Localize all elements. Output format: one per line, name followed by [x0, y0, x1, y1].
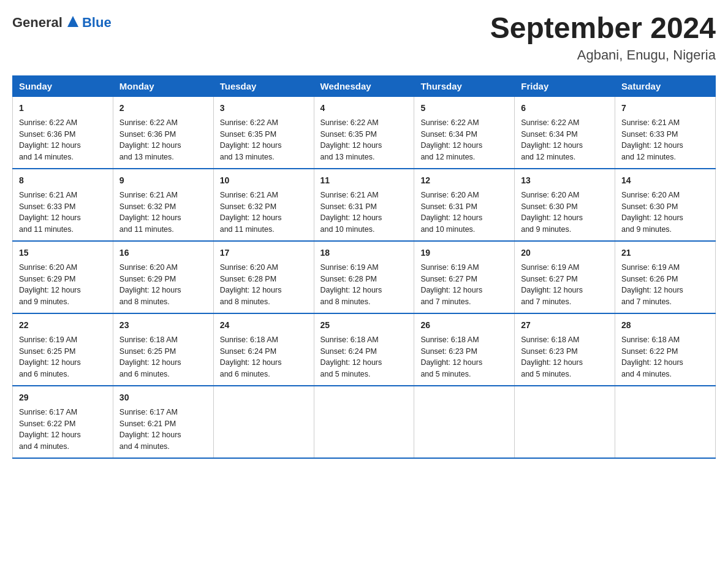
- day-info: Sunrise: 6:20 AMSunset: 6:30 PMDaylight:…: [621, 191, 683, 234]
- day-info: Sunrise: 6:19 AMSunset: 6:26 PMDaylight:…: [621, 263, 683, 306]
- calendar-cell: 18Sunrise: 6:19 AMSunset: 6:28 PMDayligh…: [314, 241, 414, 313]
- day-number: 3: [220, 102, 308, 115]
- calendar-cell: 28Sunrise: 6:18 AMSunset: 6:22 PMDayligh…: [615, 313, 716, 386]
- day-number: 5: [420, 102, 508, 115]
- day-number: 30: [119, 391, 207, 404]
- logo-blue: Blue: [82, 15, 112, 30]
- day-info: Sunrise: 6:21 AMSunset: 6:31 PMDaylight:…: [320, 191, 382, 234]
- calendar-cell: 5Sunrise: 6:22 AMSunset: 6:34 PMDaylight…: [414, 96, 515, 169]
- day-number: 28: [621, 319, 709, 332]
- calendar-cell: 6Sunrise: 6:22 AMSunset: 6:34 PMDaylight…: [515, 96, 615, 169]
- day-info: Sunrise: 6:18 AMSunset: 6:24 PMDaylight:…: [220, 335, 282, 378]
- calendar-cell: 17Sunrise: 6:20 AMSunset: 6:28 PMDayligh…: [213, 241, 314, 313]
- day-info: Sunrise: 6:22 AMSunset: 6:36 PMDaylight:…: [19, 118, 81, 161]
- calendar-cell: 11Sunrise: 6:21 AMSunset: 6:31 PMDayligh…: [314, 169, 414, 241]
- calendar-cell: 21Sunrise: 6:19 AMSunset: 6:26 PMDayligh…: [615, 241, 716, 313]
- day-info: Sunrise: 6:22 AMSunset: 6:34 PMDaylight:…: [521, 118, 583, 161]
- calendar-cell: 25Sunrise: 6:18 AMSunset: 6:24 PMDayligh…: [314, 313, 414, 386]
- day-info: Sunrise: 6:20 AMSunset: 6:28 PMDaylight:…: [220, 263, 282, 306]
- day-number: 10: [220, 174, 308, 187]
- calendar-week-3: 15Sunrise: 6:20 AMSunset: 6:29 PMDayligh…: [13, 241, 716, 313]
- calendar-cell: 24Sunrise: 6:18 AMSunset: 6:24 PMDayligh…: [213, 313, 314, 386]
- month-title: September 2024: [490, 12, 716, 45]
- calendar-cell: [515, 386, 615, 458]
- header-tuesday: Tuesday: [213, 75, 314, 96]
- calendar-cell: 8Sunrise: 6:21 AMSunset: 6:33 PMDaylight…: [13, 169, 113, 241]
- calendar-cell: 13Sunrise: 6:20 AMSunset: 6:30 PMDayligh…: [515, 169, 615, 241]
- calendar-cell: 14Sunrise: 6:20 AMSunset: 6:30 PMDayligh…: [615, 169, 716, 241]
- day-info: Sunrise: 6:21 AMSunset: 6:32 PMDaylight:…: [119, 191, 181, 234]
- calendar-cell: 7Sunrise: 6:21 AMSunset: 6:33 PMDaylight…: [615, 96, 716, 169]
- day-info: Sunrise: 6:18 AMSunset: 6:23 PMDaylight:…: [521, 335, 583, 378]
- calendar-cell: 30Sunrise: 6:17 AMSunset: 6:21 PMDayligh…: [113, 386, 213, 458]
- logo-text: General: [12, 15, 80, 31]
- day-info: Sunrise: 6:21 AMSunset: 6:33 PMDaylight:…: [621, 118, 683, 161]
- day-number: 25: [320, 319, 408, 332]
- day-number: 22: [19, 319, 107, 332]
- logo-icon: [66, 15, 80, 28]
- day-number: 26: [420, 319, 508, 332]
- day-info: Sunrise: 6:20 AMSunset: 6:29 PMDaylight:…: [119, 263, 181, 306]
- header-monday: Monday: [113, 75, 213, 96]
- day-number: 12: [420, 174, 508, 187]
- calendar-cell: 26Sunrise: 6:18 AMSunset: 6:23 PMDayligh…: [414, 313, 515, 386]
- day-number: 20: [521, 247, 609, 259]
- calendar-cell: [615, 386, 716, 458]
- day-info: Sunrise: 6:20 AMSunset: 6:29 PMDaylight:…: [19, 263, 81, 306]
- day-info: Sunrise: 6:19 AMSunset: 6:27 PMDaylight:…: [521, 263, 583, 306]
- calendar-week-1: 1Sunrise: 6:22 AMSunset: 6:36 PMDaylight…: [13, 96, 716, 169]
- header-friday: Friday: [515, 75, 615, 96]
- day-info: Sunrise: 6:22 AMSunset: 6:34 PMDaylight:…: [420, 118, 482, 161]
- calendar-table: SundayMondayTuesdayWednesdayThursdayFrid…: [12, 75, 716, 459]
- calendar-cell: 4Sunrise: 6:22 AMSunset: 6:35 PMDaylight…: [314, 96, 414, 169]
- header-saturday: Saturday: [615, 75, 716, 96]
- day-number: 23: [119, 319, 207, 332]
- calendar-cell: [314, 386, 414, 458]
- day-info: Sunrise: 6:21 AMSunset: 6:32 PMDaylight:…: [220, 191, 282, 234]
- day-number: 17: [220, 247, 308, 259]
- day-info: Sunrise: 6:19 AMSunset: 6:28 PMDaylight:…: [320, 263, 382, 306]
- day-number: 11: [320, 174, 408, 187]
- calendar-header-row: SundayMondayTuesdayWednesdayThursdayFrid…: [13, 75, 716, 96]
- day-info: Sunrise: 6:18 AMSunset: 6:22 PMDaylight:…: [621, 335, 683, 378]
- calendar-cell: 9Sunrise: 6:21 AMSunset: 6:32 PMDaylight…: [113, 169, 213, 241]
- day-info: Sunrise: 6:22 AMSunset: 6:36 PMDaylight:…: [119, 118, 181, 161]
- day-info: Sunrise: 6:17 AMSunset: 6:22 PMDaylight:…: [19, 408, 81, 451]
- calendar-cell: 22Sunrise: 6:19 AMSunset: 6:25 PMDayligh…: [13, 313, 113, 386]
- day-info: Sunrise: 6:22 AMSunset: 6:35 PMDaylight:…: [220, 118, 282, 161]
- calendar-cell: 3Sunrise: 6:22 AMSunset: 6:35 PMDaylight…: [213, 96, 314, 169]
- day-number: 2: [119, 102, 207, 115]
- day-number: 27: [521, 319, 609, 332]
- day-number: 14: [621, 174, 709, 187]
- calendar-cell: 20Sunrise: 6:19 AMSunset: 6:27 PMDayligh…: [515, 241, 615, 313]
- logo-general: General: [12, 15, 63, 31]
- day-info: Sunrise: 6:20 AMSunset: 6:31 PMDaylight:…: [420, 191, 482, 234]
- day-info: Sunrise: 6:22 AMSunset: 6:35 PMDaylight:…: [320, 118, 382, 161]
- day-number: 7: [621, 102, 709, 115]
- location: Agbani, Enugu, Nigeria: [490, 47, 716, 63]
- title-area: September 2024 Agbani, Enugu, Nigeria: [490, 12, 716, 63]
- day-number: 1: [19, 102, 107, 115]
- calendar-cell: 19Sunrise: 6:19 AMSunset: 6:27 PMDayligh…: [414, 241, 515, 313]
- logo: General Blue: [12, 12, 112, 31]
- page-header: General Blue September 2024 Agbani, Enug…: [12, 12, 716, 63]
- header-thursday: Thursday: [414, 75, 515, 96]
- day-number: 15: [19, 247, 107, 259]
- day-number: 18: [320, 247, 408, 259]
- day-info: Sunrise: 6:21 AMSunset: 6:33 PMDaylight:…: [19, 191, 81, 234]
- calendar-cell: 29Sunrise: 6:17 AMSunset: 6:22 PMDayligh…: [13, 386, 113, 458]
- day-number: 29: [19, 391, 107, 404]
- day-info: Sunrise: 6:17 AMSunset: 6:21 PMDaylight:…: [119, 408, 181, 451]
- calendar-cell: 12Sunrise: 6:20 AMSunset: 6:31 PMDayligh…: [414, 169, 515, 241]
- day-info: Sunrise: 6:18 AMSunset: 6:23 PMDaylight:…: [420, 335, 482, 378]
- svg-marker-0: [67, 16, 78, 27]
- calendar-cell: 10Sunrise: 6:21 AMSunset: 6:32 PMDayligh…: [213, 169, 314, 241]
- calendar-cell: 16Sunrise: 6:20 AMSunset: 6:29 PMDayligh…: [113, 241, 213, 313]
- day-number: 13: [521, 174, 609, 187]
- day-number: 21: [621, 247, 709, 259]
- day-number: 4: [320, 102, 408, 115]
- calendar-cell: [213, 386, 314, 458]
- day-number: 19: [420, 247, 508, 259]
- calendar-cell: 1Sunrise: 6:22 AMSunset: 6:36 PMDaylight…: [13, 96, 113, 169]
- day-info: Sunrise: 6:20 AMSunset: 6:30 PMDaylight:…: [521, 191, 583, 234]
